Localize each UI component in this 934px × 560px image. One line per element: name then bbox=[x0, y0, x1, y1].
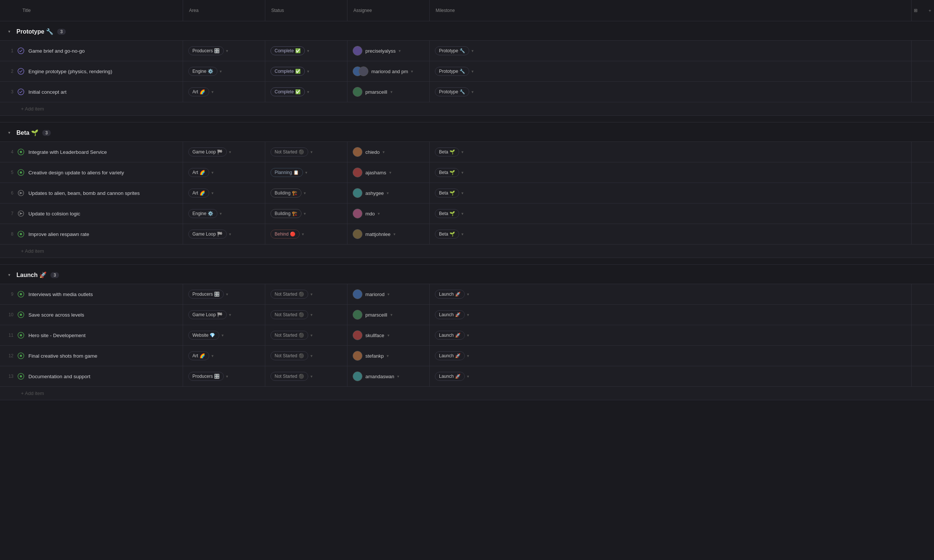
assignee-arrow[interactable]: ▾ bbox=[390, 89, 393, 94]
group-chevron-beta[interactable]: ▾ bbox=[6, 129, 13, 136]
milestone-pill[interactable]: Launch 🚀 bbox=[435, 310, 465, 319]
milestone-arrow[interactable]: ▾ bbox=[467, 354, 469, 358]
assignee-arrow[interactable]: ▾ bbox=[387, 292, 390, 297]
status-pill[interactable]: Complete ✅ bbox=[270, 88, 305, 96]
item-title[interactable]: Initial concept art bbox=[28, 89, 66, 95]
assignee-arrow[interactable]: ▾ bbox=[378, 211, 380, 216]
item-title[interactable]: Hero site - Developement bbox=[28, 332, 86, 338]
area-pill[interactable]: Game Loop 🏁 bbox=[188, 148, 227, 157]
status-pill[interactable]: Not Started ⚫ bbox=[270, 290, 308, 298]
assignee-arrow[interactable]: ▾ bbox=[397, 374, 399, 379]
status-arrow[interactable]: ▾ bbox=[304, 211, 306, 216]
assignee-arrow[interactable]: ▾ bbox=[387, 333, 390, 338]
status-pill[interactable]: Building 🏗️ bbox=[270, 209, 302, 218]
area-pill[interactable]: Producers 🎛️ bbox=[188, 290, 224, 298]
area-pill[interactable]: Game Loop 🏁 bbox=[188, 310, 227, 319]
status-arrow[interactable]: ▾ bbox=[310, 333, 313, 338]
status-arrow[interactable]: ▾ bbox=[307, 49, 309, 53]
assignee-arrow[interactable]: ▾ bbox=[411, 69, 413, 74]
item-title[interactable]: Creative design update to aliens for var… bbox=[28, 170, 124, 175]
status-arrow[interactable]: ▾ bbox=[307, 69, 309, 74]
area-arrow[interactable]: ▾ bbox=[229, 150, 231, 155]
milestone-arrow[interactable]: ▾ bbox=[467, 292, 469, 297]
add-item-prototype[interactable]: + Add item bbox=[0, 102, 934, 116]
area-pill[interactable]: Art 🌈 bbox=[188, 351, 209, 360]
milestone-arrow[interactable]: ▾ bbox=[461, 211, 464, 216]
milestone-arrow[interactable]: ▾ bbox=[472, 89, 474, 94]
add-item-launch[interactable]: + Add item bbox=[0, 387, 934, 400]
milestone-pill[interactable]: Prototype 🔧 bbox=[435, 46, 469, 55]
status-pill[interactable]: Not Started ⚫ bbox=[270, 372, 308, 381]
status-arrow[interactable]: ▾ bbox=[310, 374, 313, 379]
milestone-arrow[interactable]: ▾ bbox=[472, 69, 474, 74]
milestone-arrow[interactable]: ▾ bbox=[472, 49, 474, 53]
milestone-pill[interactable]: Launch 🚀 bbox=[435, 290, 465, 298]
item-title[interactable]: Engine prototype (physics, rendering) bbox=[28, 69, 112, 74]
status-arrow[interactable]: ▾ bbox=[310, 292, 313, 297]
assignee-arrow[interactable]: ▾ bbox=[382, 150, 385, 155]
area-pill[interactable]: Website 💎 bbox=[188, 331, 219, 340]
milestone-pill[interactable]: Beta 🌱 bbox=[435, 229, 459, 238]
area-arrow[interactable]: ▾ bbox=[211, 354, 214, 358]
status-pill[interactable]: Complete ✅ bbox=[270, 67, 305, 76]
milestone-pill[interactable]: Beta 🌱 bbox=[435, 189, 459, 197]
area-pill[interactable]: Game Loop 🏁 bbox=[188, 229, 227, 238]
item-title[interactable]: Final creative shots from game bbox=[28, 353, 97, 359]
status-arrow[interactable]: ▾ bbox=[304, 191, 306, 195]
status-arrow[interactable]: ▾ bbox=[310, 312, 313, 317]
milestone-arrow[interactable]: ▾ bbox=[461, 191, 464, 195]
status-pill[interactable]: Complete ✅ bbox=[270, 46, 305, 55]
area-arrow[interactable]: ▾ bbox=[226, 49, 228, 53]
item-title[interactable]: Game brief and go-no-go bbox=[28, 48, 85, 54]
status-pill[interactable]: Not Started ⚫ bbox=[270, 310, 308, 319]
status-pill[interactable]: Planning 📋 bbox=[270, 168, 303, 177]
item-title[interactable]: Save score across levels bbox=[28, 312, 84, 318]
milestone-pill[interactable]: Launch 🚀 bbox=[435, 331, 465, 340]
area-pill[interactable]: Engine ⚙️ bbox=[188, 209, 217, 218]
area-arrow[interactable]: ▾ bbox=[220, 211, 222, 216]
assignee-arrow[interactable]: ▾ bbox=[387, 191, 389, 195]
area-arrow[interactable]: ▾ bbox=[229, 232, 231, 237]
status-pill[interactable]: Building 🏗️ bbox=[270, 189, 302, 197]
milestone-arrow[interactable]: ▾ bbox=[461, 150, 464, 155]
area-arrow[interactable]: ▾ bbox=[211, 89, 214, 94]
group-chevron-prototype[interactable]: ▾ bbox=[6, 28, 13, 35]
milestone-pill[interactable]: Prototype 🔧 bbox=[435, 88, 469, 96]
area-arrow[interactable]: ▾ bbox=[226, 374, 228, 379]
milestone-pill[interactable]: Prototype 🔧 bbox=[435, 67, 469, 76]
area-arrow[interactable]: ▾ bbox=[220, 69, 222, 74]
item-title[interactable]: Improve alien respawn rate bbox=[28, 231, 89, 237]
milestone-pill[interactable]: Launch 🚀 bbox=[435, 351, 465, 360]
assignee-arrow[interactable]: ▾ bbox=[393, 232, 396, 237]
assignee-arrow[interactable]: ▾ bbox=[389, 170, 391, 175]
add-column-icon[interactable]: ＋ bbox=[925, 5, 934, 16]
milestone-arrow[interactable]: ▾ bbox=[467, 374, 469, 379]
assignee-arrow[interactable]: ▾ bbox=[387, 354, 389, 358]
area-arrow[interactable]: ▾ bbox=[211, 191, 214, 195]
area-arrow[interactable]: ▾ bbox=[211, 170, 214, 175]
milestone-arrow[interactable]: ▾ bbox=[467, 333, 469, 338]
status-pill[interactable]: Not Started ⚫ bbox=[270, 351, 308, 360]
area-arrow[interactable]: ▾ bbox=[226, 292, 228, 297]
assignee-arrow[interactable]: ▾ bbox=[390, 312, 393, 317]
status-pill[interactable]: Behind 🔴 bbox=[270, 229, 300, 238]
status-arrow[interactable]: ▾ bbox=[310, 150, 313, 155]
item-title[interactable]: Updates to alien, beam, bomb and cannon … bbox=[28, 191, 140, 196]
area-arrow[interactable]: ▾ bbox=[229, 312, 231, 317]
status-pill[interactable]: Not Started ⚫ bbox=[270, 148, 308, 157]
milestone-pill[interactable]: Beta 🌱 bbox=[435, 168, 459, 177]
area-pill[interactable]: Producers 🎛️ bbox=[188, 372, 224, 381]
add-item-beta[interactable]: + Add item bbox=[0, 245, 934, 258]
item-title[interactable]: Update to colision logic bbox=[28, 211, 80, 217]
area-pill[interactable]: Art 🌈 bbox=[188, 189, 209, 197]
layout-icon[interactable]: ⊞ bbox=[911, 5, 921, 16]
area-pill[interactable]: Art 🌈 bbox=[188, 88, 209, 96]
area-pill[interactable]: Producers 🎛️ bbox=[188, 46, 224, 55]
area-pill[interactable]: Art 🌈 bbox=[188, 168, 209, 177]
milestone-pill[interactable]: Beta 🌱 bbox=[435, 209, 459, 218]
assignee-arrow[interactable]: ▾ bbox=[399, 49, 401, 53]
status-arrow[interactable]: ▾ bbox=[305, 170, 307, 175]
milestone-arrow[interactable]: ▾ bbox=[467, 312, 469, 317]
milestone-arrow[interactable]: ▾ bbox=[461, 170, 464, 175]
status-arrow[interactable]: ▾ bbox=[302, 232, 304, 237]
